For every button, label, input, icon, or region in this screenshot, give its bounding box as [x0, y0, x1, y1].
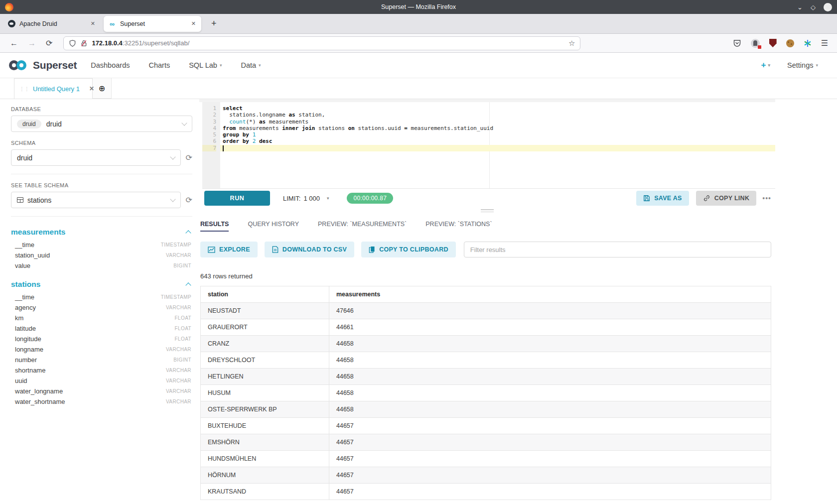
table-row[interactable]: NEUSTADT47646: [201, 303, 771, 319]
table-row[interactable]: EMSHÖRN44657: [201, 434, 771, 451]
table-row[interactable]: KRAUTSAND44657: [201, 484, 771, 500]
window-title: Superset — Mozilla Firefox: [0, 3, 837, 10]
table-row[interactable]: DREYSCHLOOT44658: [201, 352, 771, 369]
sqllab-sidebar: DATABASE druid druid SCHEMA druid ⟳ SEE …: [0, 99, 199, 504]
insecure-lock-icon[interactable]: [80, 39, 88, 47]
chevron-down-icon: [170, 196, 175, 202]
copy-to-clipboard-button[interactable]: COPY TO CLIPBOARD: [361, 242, 456, 257]
browser-tab-apache-druid[interactable]: Apache Druid ✕: [3, 16, 101, 32]
cookie-icon[interactable]: [786, 39, 794, 47]
code-line[interactable]: order by 2 desc: [220, 138, 775, 144]
table-row[interactable]: BUXTEHUDE44657: [201, 418, 771, 434]
schema-column-row: station_uuidVARCHAR: [11, 250, 192, 260]
schema-column-row: kmFLOAT: [11, 313, 192, 323]
table-row[interactable]: OSTE-SPERRWERK BP44658: [201, 401, 771, 418]
tab-close-icon[interactable]: ✕: [190, 20, 197, 27]
url-bar[interactable]: 172.18.0.4:32251/superset/sqllab/ ☆: [63, 36, 580, 50]
database-label: DATABASE: [11, 106, 192, 112]
schema-table-header[interactable]: stations: [11, 277, 192, 292]
chevron-down-icon: ▾: [259, 63, 261, 68]
brand-wordmark: Superset: [33, 59, 77, 71]
sqllab-workspace: ⋮⋮ Untitled Query 1 ✕ ⊕ DATABASE druid d…: [0, 78, 837, 504]
refresh-schema-icon[interactable]: ⟳: [186, 154, 192, 162]
code-line[interactable]: group by 1: [220, 131, 775, 138]
shield-icon[interactable]: [69, 39, 76, 47]
column-header-station[interactable]: station: [201, 286, 329, 303]
schema-column-row: shortnameVARCHAR: [11, 365, 192, 376]
code-line[interactable]: stations.longname as station,: [220, 112, 775, 118]
schema-label: SCHEMA: [11, 140, 192, 146]
tab-close-icon[interactable]: ✕: [90, 20, 96, 27]
reload-button[interactable]: ⟳: [41, 38, 57, 48]
pane-splitter[interactable]: [199, 208, 775, 215]
query-tabstrip: ⋮⋮ Untitled Query 1 ✕ ⊕: [0, 78, 837, 99]
limit-dropdown[interactable]: LIMIT: 1 000 ▾: [283, 195, 329, 202]
ublock-shield-icon[interactable]: [769, 39, 777, 47]
code-line[interactable]: [220, 145, 775, 151]
code-line[interactable]: from measurements inner join stations on…: [220, 125, 775, 131]
pocket-icon[interactable]: [733, 39, 741, 47]
filter-results-input[interactable]: [464, 242, 771, 257]
refresh-table-icon[interactable]: ⟳: [186, 196, 192, 204]
database-select[interactable]: druid druid: [11, 116, 192, 132]
column-header-measurements[interactable]: measurements: [329, 286, 771, 303]
gutter-line-number: 1: [202, 105, 216, 112]
nav-dashboards[interactable]: Dashboards: [91, 61, 130, 69]
schema-select[interactable]: druid: [11, 149, 181, 166]
query-tab-title: Untitled Query 1: [33, 85, 80, 93]
nav-charts[interactable]: Charts: [148, 61, 170, 69]
collapse-icon[interactable]: [185, 230, 191, 236]
new-tab-button[interactable]: +: [208, 18, 220, 29]
table-row[interactable]: HÖRNUM44657: [201, 467, 771, 484]
table-row[interactable]: CRANZ44658: [201, 336, 771, 352]
chevron-down-icon: ▾: [816, 63, 818, 68]
more-options-button[interactable]: •••: [762, 194, 771, 202]
code-line[interactable]: count(*) as measurements: [220, 119, 775, 125]
chevron-down-icon: ▾: [327, 196, 329, 201]
run-button[interactable]: RUN: [204, 191, 270, 206]
new-item-button[interactable]: +▾: [761, 60, 770, 70]
window-close-icon[interactable]: ✕: [824, 3, 832, 11]
code-line[interactable]: select: [220, 105, 775, 112]
table-row[interactable]: HUSUM44658: [201, 385, 771, 401]
schema-table-header[interactable]: measurements: [11, 225, 192, 240]
chevron-down-icon: ▾: [768, 63, 771, 68]
tab-results[interactable]: RESULTS: [200, 221, 229, 232]
copy-link-button[interactable]: COPY LINK: [696, 191, 757, 206]
superset-infinity-icon: [8, 59, 29, 71]
save-as-button[interactable]: SAVE AS: [636, 191, 689, 206]
extension-avatar-icon[interactable]: [751, 39, 760, 48]
download-csv-button[interactable]: DOWNLOAD TO CSV: [265, 242, 354, 257]
close-icon[interactable]: ✕: [89, 85, 94, 92]
settings-menu[interactable]: Settings▾: [787, 61, 818, 69]
drag-handle-icon[interactable]: ⋮⋮: [19, 86, 29, 92]
nav-data[interactable]: Data▾: [241, 61, 261, 69]
editor-code-area[interactable]: select stations.longname as station, cou…: [220, 102, 775, 188]
bookmark-star-icon[interactable]: ☆: [568, 39, 575, 48]
table-row[interactable]: HETLINGEN44658: [201, 369, 771, 385]
collapse-icon[interactable]: [185, 282, 191, 288]
sql-editor[interactable]: 1234567 select stations.longname as stat…: [202, 102, 775, 189]
table-select[interactable]: stations: [11, 192, 181, 208]
window-titlebar: Superset — Mozilla Firefox ⌄ ◇ ✕: [0, 0, 837, 14]
schema-column-row: water_longnameVARCHAR: [11, 386, 192, 396]
gutter-line-number: 7: [202, 145, 216, 151]
table-row[interactable]: HUNDSMÜHLEN44657: [201, 451, 771, 467]
nav-sql-lab[interactable]: SQL Lab▾: [189, 61, 222, 69]
explore-button[interactable]: EXPLORE: [200, 242, 258, 257]
menu-icon[interactable]: ☰: [821, 38, 828, 48]
window-minimize-icon[interactable]: ⌄: [797, 4, 803, 10]
back-button[interactable]: ←: [5, 39, 23, 48]
tab-preview-stations[interactable]: PREVIEW: `STATIONS`: [425, 221, 492, 232]
browser-tab-superset[interactable]: ∞ Superset ✕: [104, 16, 201, 32]
window-maximize-icon[interactable]: ◇: [811, 4, 816, 10]
tab-preview-measurements[interactable]: PREVIEW: `MEASUREMENTS`: [318, 221, 407, 232]
query-tab-untitled-1[interactable]: ⋮⋮ Untitled Query 1 ✕: [14, 78, 93, 99]
url-text[interactable]: 172.18.0.4:32251/superset/sqllab/: [92, 39, 565, 47]
table-row[interactable]: GRAUERORT44661: [201, 319, 771, 336]
asterisk-extension-icon[interactable]: [804, 39, 812, 47]
tab-query-history[interactable]: QUERY HISTORY: [248, 221, 299, 232]
row-count: 643 rows returned: [200, 272, 771, 280]
superset-logo[interactable]: Superset: [8, 59, 77, 71]
add-query-tab-button[interactable]: ⊕: [93, 78, 112, 99]
